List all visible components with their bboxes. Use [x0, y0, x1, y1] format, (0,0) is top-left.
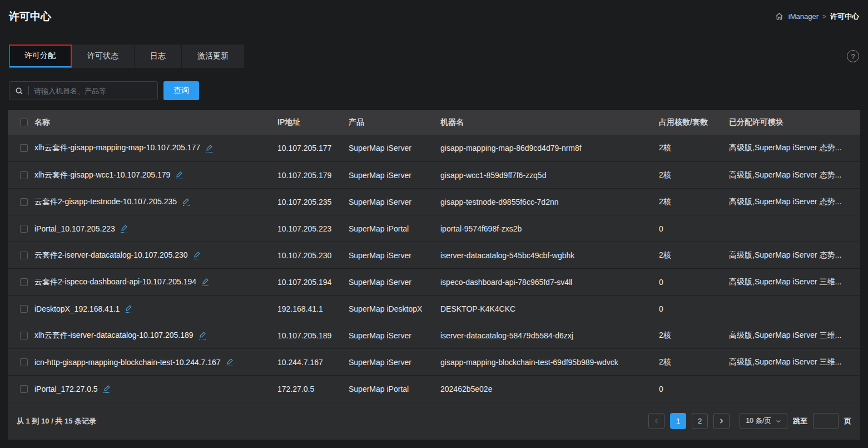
- home-icon[interactable]: [775, 12, 783, 21]
- row-product: SuperMap iServer: [349, 144, 440, 152]
- row-machine: gisapp-wcc1-859d9ff7f6-zzq5d: [440, 171, 659, 180]
- row-name: iDesktopX_192.168.41.1: [34, 304, 120, 313]
- row-cores: 0: [659, 304, 729, 313]
- row-cores: 0: [659, 385, 729, 393]
- row-cores: 0: [659, 224, 729, 233]
- row-name: 云套件2-iserver-datacatalog-10.107.205.230: [34, 250, 188, 260]
- row-modules: 高级版,SuperMap iServer 态势...: [729, 250, 860, 260]
- table-row: xlh云套件-gisapp-mapping-map-10.107.205.177…: [8, 135, 860, 161]
- row-machine: iserver-datacatalog-58479d5584-d6zxj: [440, 331, 659, 340]
- row-checkbox[interactable]: [20, 305, 28, 313]
- tab-logs[interactable]: 日志: [135, 45, 182, 68]
- breadcrumb: iManager > 许可中心: [775, 12, 859, 22]
- row-checkbox[interactable]: [20, 198, 28, 206]
- row-ip: 192.168.41.1: [277, 304, 349, 313]
- row-cores: 2核: [659, 197, 729, 207]
- row-ip: 10.107.205.223: [277, 224, 349, 233]
- page-size-select[interactable]: 10 条/页: [740, 413, 787, 429]
- col-header-cores: 占用核数/套数: [659, 117, 729, 127]
- search-input[interactable]: [34, 87, 152, 95]
- edit-icon[interactable]: [202, 278, 209, 286]
- edit-icon[interactable]: [199, 331, 206, 339]
- row-checkbox[interactable]: [20, 171, 28, 179]
- edit-icon[interactable]: [206, 144, 213, 152]
- row-machine: iserver-datacatalog-545bc49cbf-wgbhk: [440, 251, 659, 260]
- license-table: 名称 IP地址 产品 机器名 占用核数/套数 已分配许可模块 xlh云套件-gi…: [8, 110, 860, 402]
- row-name: xlh云套件-gisapp-mapping-map-10.107.205.177: [34, 143, 200, 153]
- edit-icon[interactable]: [226, 358, 234, 366]
- row-modules: 高级版,SuperMap iServer 三维...: [729, 277, 860, 287]
- row-checkbox[interactable]: [20, 332, 28, 339]
- table-footer: 从 1 到 10 / 共 15 条记录 1 2 10 条/页 跳至 页: [8, 402, 860, 440]
- table-row: iDesktopX_192.168.41.1 192.168.41.1 Supe…: [8, 295, 860, 322]
- row-modules: 高级版,SuperMap iServer 态势...: [729, 170, 860, 180]
- search-box[interactable]: [9, 81, 158, 100]
- row-cores: 2核: [659, 250, 729, 260]
- row-name: iPortal_172.27.0.5: [34, 385, 98, 393]
- table-row: 云套件2-ispeco-dashboard-api-10.107.205.194…: [8, 268, 860, 295]
- row-product: SuperMap iPortal: [349, 224, 440, 233]
- row-name: xlh云套件-iserver-datacatalog-10.107.205.18…: [34, 331, 194, 341]
- help-icon[interactable]: ?: [847, 50, 859, 62]
- row-checkbox[interactable]: [20, 144, 28, 152]
- row-product: SuperMap iServer: [349, 171, 440, 180]
- col-header-modules: 已分配许可模块: [729, 117, 860, 127]
- col-header-name: 名称: [34, 117, 277, 127]
- row-ip: 10.107.205.235: [277, 198, 349, 206]
- edit-icon[interactable]: [176, 171, 183, 179]
- query-button[interactable]: 查询: [163, 81, 199, 100]
- row-checkbox[interactable]: [20, 252, 28, 259]
- row-machine: 202462b5e02e: [440, 385, 659, 393]
- row-checkbox[interactable]: [20, 385, 28, 393]
- row-product: SuperMap iServer: [349, 358, 440, 367]
- row-modules: 高级版,SuperMap iServer 三维...: [729, 331, 860, 341]
- col-header-machine: 机器名: [440, 117, 659, 127]
- search-divider: [28, 86, 29, 95]
- edit-icon[interactable]: [125, 304, 132, 313]
- row-cores: 2核: [659, 143, 729, 153]
- tab-license-status[interactable]: 许可状态: [72, 45, 135, 68]
- jump-page-input[interactable]: [813, 413, 839, 429]
- row-checkbox[interactable]: [20, 278, 28, 286]
- row-ip: 10.107.205.177: [277, 144, 349, 152]
- search-icon: [15, 87, 23, 95]
- table-row: xlh云套件-gisapp-wcc1-10.107.205.179 10.107…: [8, 161, 860, 188]
- row-cores: 2核: [659, 331, 729, 341]
- tab-activation-update[interactable]: 激活更新: [182, 45, 245, 68]
- tab-license-allocation[interactable]: 许可分配: [9, 45, 72, 68]
- page-button-1[interactable]: 1: [670, 413, 686, 429]
- row-checkbox[interactable]: [20, 225, 28, 233]
- pagination: 1 2 10 条/页 跳至 页: [648, 413, 851, 429]
- row-modules: 高级版,SuperMap iServer 态势...: [729, 143, 860, 153]
- edit-icon[interactable]: [182, 198, 190, 206]
- row-ip: 10.244.7.167: [277, 358, 349, 367]
- breadcrumb-root[interactable]: iManager: [788, 12, 819, 21]
- top-header: 许可中心 iManager > 许可中心: [0, 0, 868, 32]
- next-page-button[interactable]: [713, 413, 730, 429]
- breadcrumb-current: 许可中心: [830, 12, 859, 22]
- row-modules: 高级版,SuperMap iServer 态势...: [729, 197, 860, 207]
- row-name: 云套件2-ispeco-dashboard-api-10.107.205.194: [34, 277, 196, 287]
- jump-to-label: 跳至: [793, 416, 807, 426]
- edit-icon[interactable]: [103, 385, 111, 393]
- page-button-2[interactable]: 2: [692, 413, 708, 429]
- edit-icon[interactable]: [121, 224, 128, 233]
- row-ip: 10.107.205.194: [277, 278, 349, 287]
- table-row: 云套件2-iserver-datacatalog-10.107.205.230 …: [8, 242, 860, 268]
- row-cores: 0: [659, 278, 729, 287]
- row-machine: iportal-9574f698f-zxs2b: [440, 224, 659, 233]
- row-ip: 10.107.205.189: [277, 331, 349, 340]
- row-cores: 2核: [659, 357, 729, 367]
- row-machine: ispeco-dashboard-api-78c965fd7-sv4ll: [440, 278, 659, 287]
- table-row: 云套件2-gisapp-testnode-10.107.205.235 10.1…: [8, 188, 860, 215]
- row-checkbox[interactable]: [20, 358, 28, 366]
- chevron-down-icon: [776, 419, 781, 424]
- breadcrumb-separator: >: [822, 13, 826, 21]
- table-row: iPortal_10.107.205.223 10.107.205.223 Su…: [8, 215, 860, 242]
- table-body: xlh云套件-gisapp-mapping-map-10.107.205.177…: [8, 135, 860, 402]
- tab-bar: 许可分配 许可状态 日志 激活更新 ?: [9, 45, 859, 68]
- edit-icon[interactable]: [194, 251, 201, 259]
- row-modules: 高级版,SuperMap iServer 三维...: [729, 357, 860, 367]
- prev-page-button[interactable]: [648, 413, 664, 429]
- select-all-checkbox[interactable]: [20, 119, 28, 126]
